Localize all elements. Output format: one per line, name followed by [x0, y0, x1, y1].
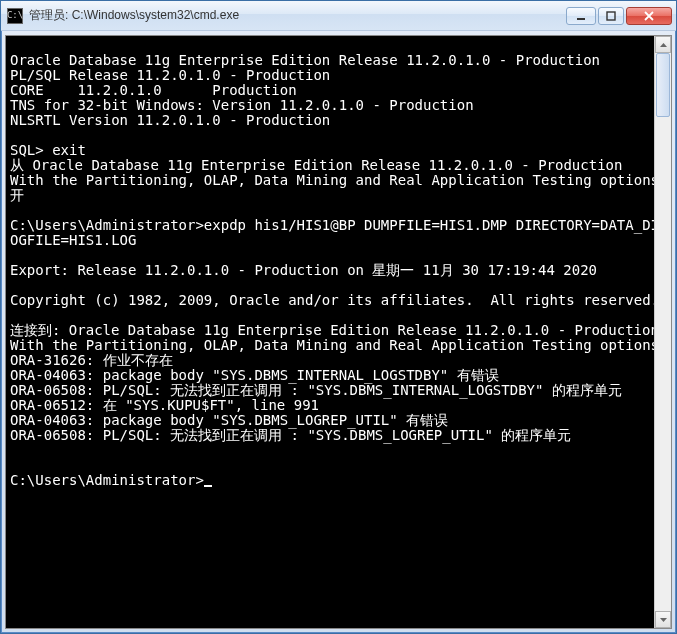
scroll-track[interactable] — [655, 53, 671, 611]
minimize-button[interactable] — [566, 7, 596, 25]
maximize-button[interactable] — [598, 7, 624, 25]
close-button[interactable] — [626, 7, 672, 25]
cursor — [204, 485, 212, 487]
window-controls — [566, 7, 672, 25]
client-area: Oracle Database 11g Enterprise Edition R… — [5, 35, 672, 629]
cmd-window: C:\ 管理员: C:\Windows\system32\cmd.exe Ora… — [0, 0, 677, 634]
vertical-scrollbar[interactable] — [654, 36, 671, 628]
terminal-output[interactable]: Oracle Database 11g Enterprise Edition R… — [6, 36, 654, 628]
titlebar[interactable]: C:\ 管理员: C:\Windows\system32\cmd.exe — [1, 1, 676, 31]
app-icon: C:\ — [7, 8, 23, 24]
scroll-down-button[interactable] — [655, 611, 671, 628]
scroll-up-button[interactable] — [655, 36, 671, 53]
svg-rect-1 — [607, 12, 615, 20]
scroll-thumb[interactable] — [656, 53, 670, 117]
window-title: 管理员: C:\Windows\system32\cmd.exe — [29, 7, 560, 24]
svg-rect-0 — [577, 18, 585, 20]
